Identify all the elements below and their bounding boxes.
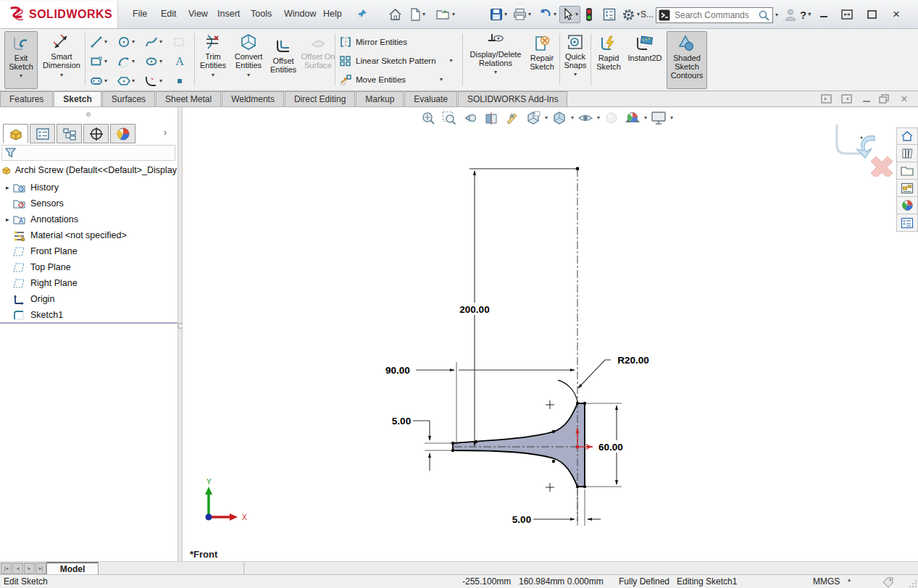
tree-item-right-plane[interactable]: Right Plane bbox=[0, 275, 178, 291]
save-button[interactable]: ▾ bbox=[490, 6, 507, 23]
dim-tip-thickness[interactable]: 5.00 bbox=[392, 416, 411, 427]
sketch-canvas[interactable]: 200.00 90.00 5.00 R20.00 60.00 5.00 bbox=[183, 107, 918, 561]
instant2d-button[interactable]: Instant2D bbox=[626, 35, 664, 62]
custom-properties-button[interactable] bbox=[896, 214, 918, 232]
rectangle-tool-caret[interactable]: ▾ bbox=[104, 59, 107, 64]
offset-entities-button[interactable]: Offset Entities bbox=[267, 38, 300, 74]
file-explorer-button[interactable] bbox=[896, 162, 918, 180]
mirror-entities-button[interactable]: Mirror Entities bbox=[339, 36, 407, 48]
dim-body-length[interactable]: 90.00 bbox=[385, 365, 410, 376]
circle-tool[interactable]: ▾ bbox=[117, 35, 135, 49]
collapse-pane-left-button[interactable] bbox=[819, 93, 833, 105]
tree-filter-field[interactable] bbox=[1, 145, 175, 161]
help-button[interactable]: ? ▾ bbox=[800, 6, 811, 23]
dim-leader-5-top[interactable] bbox=[413, 421, 430, 440]
slot-tool-caret[interactable]: ▾ bbox=[104, 78, 107, 84]
interference-check-button[interactable] bbox=[585, 6, 593, 23]
task-pane-home-button[interactable] bbox=[896, 127, 918, 145]
menu-insert[interactable]: Insert bbox=[217, 9, 240, 19]
exit-sketch-button[interactable]: Exit Sketch ▾ bbox=[4, 31, 38, 89]
previous-view-button[interactable] bbox=[461, 109, 480, 127]
trim-entities-button[interactable]: Trim Entities ▾ bbox=[197, 33, 229, 78]
view-orientation-caret[interactable]: ▾ bbox=[545, 115, 548, 121]
smart-dimension-caret[interactable]: ▾ bbox=[60, 72, 63, 78]
resize-grip[interactable] bbox=[909, 579, 917, 588]
tag-icon[interactable] bbox=[882, 577, 894, 587]
tree-item-annotations[interactable]: ▸ A Annotations bbox=[0, 211, 178, 227]
undo-caret[interactable]: ▾ bbox=[554, 12, 556, 17]
tree-item-material[interactable]: Material <not specified> bbox=[0, 227, 178, 243]
zoom-to-fit-button[interactable] bbox=[419, 109, 438, 127]
dim-head-height[interactable]: 60.00 bbox=[598, 442, 623, 453]
menu-tools[interactable]: Tools bbox=[251, 9, 272, 19]
quick-snaps-button[interactable]: Quick Snaps ▾ bbox=[561, 33, 590, 77]
dim-fillet-radius[interactable]: R20.00 bbox=[617, 355, 649, 366]
open-document-caret[interactable]: ▾ bbox=[452, 12, 455, 17]
tab-nav-prev-button[interactable]: ◂ bbox=[12, 563, 23, 574]
expand-panes-button[interactable] bbox=[839, 7, 855, 22]
polygon-tool-caret[interactable]: ▾ bbox=[132, 78, 135, 84]
linear-sketch-pattern-button[interactable]: Linear Sketch Pattern ▾ bbox=[339, 55, 453, 67]
appearances-scenes-button[interactable] bbox=[896, 197, 918, 214]
section-view-button[interactable] bbox=[482, 109, 501, 127]
tab-markup[interactable]: Markup bbox=[356, 91, 404, 106]
options-properties-button[interactable] bbox=[603, 6, 616, 23]
search-caret[interactable]: ▾ bbox=[775, 12, 778, 18]
sketch-visibility-button[interactable]: A bbox=[503, 109, 522, 127]
arc-center-marker[interactable] bbox=[546, 483, 554, 492]
undo-button[interactable]: ▾ bbox=[538, 6, 556, 23]
model-tab[interactable]: Model bbox=[46, 562, 99, 575]
select-tool-caret[interactable]: ▾ bbox=[575, 12, 578, 17]
quick-snaps-caret[interactable]: ▾ bbox=[574, 72, 577, 77]
ellipse-tool-caret[interactable]: ▾ bbox=[159, 59, 162, 64]
new-document-caret[interactable]: ▾ bbox=[422, 12, 425, 17]
settings-caret[interactable]: ▾ bbox=[637, 12, 640, 17]
display-style-button[interactable] bbox=[550, 109, 569, 127]
select-tool-button[interactable]: ▾ bbox=[559, 6, 580, 23]
print-caret[interactable]: ▾ bbox=[528, 12, 531, 17]
convert-entities-caret[interactable]: ▾ bbox=[247, 72, 250, 78]
graphics-viewport[interactable]: 200.00 90.00 5.00 R20.00 60.00 5.00 A bbox=[183, 107, 918, 561]
tree-item-origin[interactable]: Origin bbox=[0, 291, 178, 307]
print-button[interactable]: ▾ bbox=[513, 6, 531, 23]
help-caret[interactable]: ▾ bbox=[808, 12, 811, 17]
spline-tool-caret[interactable]: ▾ bbox=[159, 39, 162, 45]
tab-evaluate[interactable]: Evaluate bbox=[404, 91, 457, 106]
circle-tool-caret[interactable]: ▾ bbox=[132, 39, 135, 45]
line-tool-caret[interactable]: ▾ bbox=[104, 39, 107, 45]
menu-edit[interactable]: Edit bbox=[161, 9, 177, 19]
tree-item-top-plane[interactable]: Top Plane bbox=[0, 259, 178, 275]
cancel-sketch-corner-button[interactable] bbox=[871, 156, 893, 177]
configuration-manager-tab[interactable] bbox=[57, 124, 82, 143]
tab-nav-last-button[interactable]: ▸| bbox=[36, 563, 46, 574]
view-settings-caret[interactable]: ▾ bbox=[670, 115, 673, 121]
maximize-button[interactable] bbox=[864, 7, 880, 22]
tab-sheet-metal[interactable]: Sheet Metal bbox=[156, 91, 221, 106]
trim-entities-caret[interactable]: ▾ bbox=[212, 72, 214, 78]
doc-close-button[interactable]: × bbox=[897, 93, 911, 105]
menu-help[interactable]: Help bbox=[323, 9, 342, 19]
fillet-arc[interactable] bbox=[558, 380, 577, 402]
text-tool[interactable]: A bbox=[174, 55, 185, 68]
panel-grip-dot[interactable] bbox=[85, 112, 91, 117]
login-button[interactable] bbox=[784, 6, 797, 23]
units-selector[interactable]: MMGS bbox=[813, 576, 840, 587]
dim-head-thickness[interactable]: 5.00 bbox=[512, 514, 531, 525]
featuremanager-tree-tab[interactable] bbox=[3, 124, 28, 143]
rectangle-tool[interactable]: ▾ bbox=[90, 55, 107, 68]
search-icon[interactable] bbox=[758, 9, 770, 22]
pin-menu-button[interactable] bbox=[356, 6, 368, 23]
dimxpert-manager-tab[interactable] bbox=[83, 124, 109, 143]
tree-root-item[interactable]: Archi Screw (Default<<Default>_Display bbox=[1, 164, 177, 176]
apply-scene-button[interactable] bbox=[623, 109, 642, 127]
zoom-to-area-button[interactable] bbox=[440, 109, 459, 127]
spline-tool[interactable]: ▾ bbox=[145, 35, 162, 49]
shaded-sketch-contours-button[interactable]: Shaded Sketch Contours bbox=[667, 31, 707, 89]
search-input[interactable] bbox=[673, 9, 755, 21]
minimize-button[interactable] bbox=[816, 7, 832, 22]
menu-file[interactable]: File bbox=[133, 9, 147, 19]
arc-tool-caret[interactable]: ▾ bbox=[132, 59, 135, 64]
smart-dimension-button[interactable]: Smart Dimension ▾ bbox=[41, 33, 83, 78]
display-delete-relations-button[interactable]: Display/Delete Relations ▾ bbox=[467, 33, 525, 75]
tab-features[interactable]: Features bbox=[0, 91, 53, 106]
